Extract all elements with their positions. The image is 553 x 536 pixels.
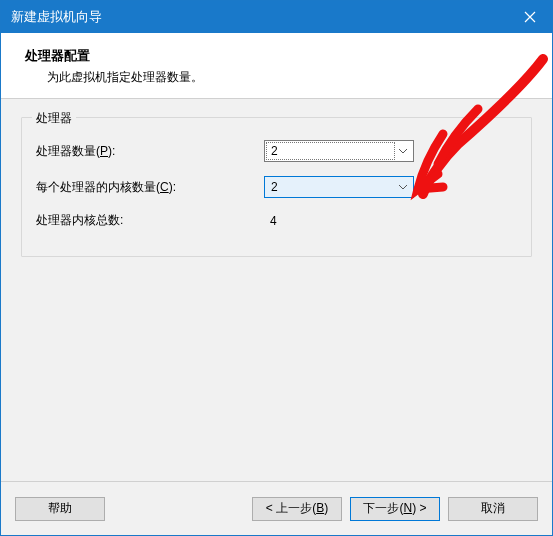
window-title: 新建虚拟机向导 (11, 8, 508, 26)
chevron-down-icon (395, 149, 411, 154)
chevron-down-icon (395, 185, 411, 190)
wizard-footer: 帮助 < 上一步(B) 下一步(N) > 取消 (1, 481, 552, 535)
cores-value: 2 (271, 180, 278, 194)
wizard-header: 处理器配置 为此虚拟机指定处理器数量。 (1, 33, 552, 99)
content-area: 处理器 处理器数量(P): 2 每个处理器的内核数量(C): (1, 99, 552, 481)
page-subtitle: 为此虚拟机指定处理器数量。 (25, 69, 528, 86)
label-total: 处理器内核总数: (36, 212, 264, 229)
label-cores: 每个处理器的内核数量(C): (36, 179, 264, 196)
total-value: 4 (264, 214, 277, 228)
wizard-window: 新建虚拟机向导 处理器配置 为此虚拟机指定处理器数量。 处理器 处理器数量(P)… (0, 0, 553, 536)
close-button[interactable] (508, 1, 552, 33)
back-button[interactable]: < 上一步(B) (252, 497, 342, 521)
row-processors: 处理器数量(P): 2 (36, 140, 517, 162)
cores-select[interactable]: 2 (264, 176, 414, 198)
processors-fieldset: 处理器 处理器数量(P): 2 每个处理器的内核数量(C): (21, 117, 532, 257)
label-processors: 处理器数量(P): (36, 143, 264, 160)
row-cores: 每个处理器的内核数量(C): 2 (36, 176, 517, 198)
titlebar: 新建虚拟机向导 (1, 1, 552, 33)
row-total: 处理器内核总数: 4 (36, 212, 517, 229)
cancel-button[interactable]: 取消 (448, 497, 538, 521)
fieldset-legend: 处理器 (32, 110, 76, 127)
next-button[interactable]: 下一步(N) > (350, 497, 440, 521)
processors-value: 2 (271, 144, 278, 158)
close-icon (524, 11, 536, 23)
page-title: 处理器配置 (25, 47, 528, 65)
help-button[interactable]: 帮助 (15, 497, 105, 521)
processors-select[interactable]: 2 (264, 140, 414, 162)
